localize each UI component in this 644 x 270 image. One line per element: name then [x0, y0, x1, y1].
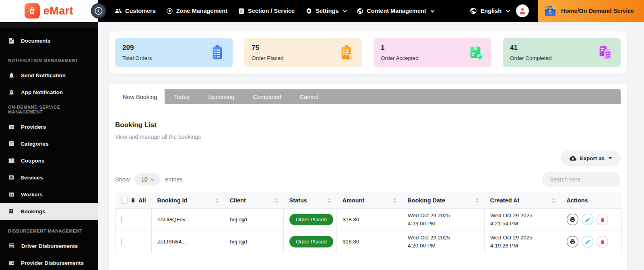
tab-today[interactable]: Today [165, 89, 199, 104]
page-size-value: 10 [141, 176, 148, 183]
sidebar-item-services[interactable]: Services [0, 169, 98, 186]
printer-icon [570, 216, 576, 223]
sort-icon[interactable] [475, 198, 479, 203]
stat-label: Order Accepted [381, 55, 419, 61]
sidebar-item-label: Coupons [21, 158, 45, 164]
sidebar-item-provider-disbursements[interactable]: Provider Disbursements [0, 254, 98, 270]
language-selector[interactable]: English [470, 7, 510, 14]
search-input[interactable] [550, 176, 623, 183]
delete-all-icon[interactable] [130, 198, 136, 203]
export-as-button[interactable]: Export as [561, 150, 621, 166]
main-content: 209 Total Orders 75 Order Placed [98, 22, 644, 270]
col-created-at[interactable]: Created At [485, 192, 561, 208]
booking-id-link[interactable]: eAUGQFev... [157, 216, 190, 223]
client-link[interactable]: hej djjd [230, 239, 247, 245]
col-actions: Actions [561, 192, 622, 208]
sidebar-item-label: App Notification [21, 89, 63, 95]
client-link[interactable]: hej djjd [230, 216, 247, 223]
sidebar-section-on-demand-service-management: ON-DEMAND SERVICE MANAGEMENT [0, 101, 98, 118]
col-booking-date[interactable]: Booking Date [402, 192, 485, 208]
workspace-switcher[interactable]: Home/On Demand Service [538, 0, 644, 22]
sort-icon[interactable] [393, 198, 396, 203]
brand-name: eMart [43, 5, 74, 17]
location-pin-icon [166, 8, 173, 14]
sort-icon[interactable] [552, 198, 555, 203]
sidebar-item-coupons[interactable]: Coupons [0, 152, 98, 169]
table-row: ZeLISIW4... hej djjd Order Placed $18.80… [116, 231, 622, 253]
sidebar-item-providers[interactable]: Providers [0, 118, 98, 135]
sidebar-item-driver-disbursements[interactable]: Driver Disbursements [0, 237, 98, 254]
main-nav: Customers Zone Management Section / Serv… [115, 7, 434, 14]
sort-icon[interactable] [215, 198, 219, 203]
stat-value: 209 [122, 44, 152, 52]
tab-new-booking[interactable]: New Booking [115, 89, 165, 104]
stat-order-completed: 41 Order Completed [503, 38, 621, 67]
sidebar: D Documents NOTIFICATION MANAGEMENT Send… [0, 22, 98, 270]
nav-section-service[interactable]: Section / Service [238, 8, 295, 14]
sidebar-item-cutoff[interactable] [0, 23, 98, 28]
order-accepted-icon [467, 44, 484, 61]
bookmark-star-icon [8, 208, 14, 214]
sidebar-item-categories[interactable]: Categories [0, 135, 98, 152]
sidebar-item-workers[interactable]: Workers [0, 186, 98, 203]
nav-zone-management[interactable]: Zone Management [166, 8, 227, 14]
delete-button[interactable] [597, 214, 608, 225]
nav-content-management[interactable]: Content Management [357, 8, 433, 14]
barcode-icon [8, 174, 14, 181]
workspace-label: Home/On Demand Service [561, 8, 634, 14]
status-badge: Order Placed [289, 214, 333, 225]
sidebar-item-documents[interactable]: D Documents [0, 32, 98, 49]
stat-value: 41 [510, 44, 552, 52]
col-amount[interactable]: Amount [337, 192, 402, 208]
clipboard-icon [238, 8, 245, 14]
order-placed-icon [338, 44, 355, 61]
tab-upcoming[interactable]: Upcoming [199, 89, 244, 104]
select-all-checkbox[interactable] [121, 197, 128, 204]
delete-button[interactable] [597, 236, 608, 247]
svg-text:D: D [10, 40, 12, 42]
created-time: 4:19:26 PM [490, 242, 555, 250]
page-subtitle: View and manage all the bookings [115, 134, 621, 140]
chevron-down-icon [151, 177, 154, 180]
stat-order-placed: 75 Order Placed [244, 38, 362, 67]
edit-button[interactable] [582, 236, 593, 247]
page-title: Booking List [115, 121, 621, 129]
sidebar-item-send-notification[interactable]: Send Notification [0, 67, 98, 84]
brand[interactable]: eMart [0, 0, 98, 22]
col-client[interactable]: Client [224, 192, 284, 208]
globe-icon [357, 8, 363, 14]
trash-icon [600, 217, 605, 223]
tab-cancel[interactable]: Cancel [291, 89, 327, 104]
print-button[interactable] [567, 236, 578, 247]
sidebar-item-app-notification[interactable]: 2 App Notification [0, 84, 98, 101]
chevron-down-icon [506, 8, 510, 12]
bookings-table: All Booking Id Client Status Amount Book… [115, 192, 622, 253]
wallet-icon [8, 260, 15, 266]
sidebar-item-bookings[interactable]: Bookings [0, 203, 98, 220]
profile-avatar[interactable] [516, 4, 529, 17]
sort-icon[interactable] [328, 198, 331, 203]
print-button[interactable] [567, 214, 578, 225]
globe-icon [470, 7, 477, 14]
created-date: Wed Oct 29 2025 [490, 234, 555, 242]
tab-completed[interactable]: Completed [244, 89, 290, 104]
row-checkbox[interactable] [121, 216, 122, 223]
col-status[interactable]: Status [284, 192, 337, 208]
nav-settings[interactable]: Settings [305, 7, 346, 14]
col-booking-id[interactable]: Booking Id [152, 192, 224, 208]
booking-id-link[interactable]: ZeLISIW4... [157, 239, 186, 245]
edit-button[interactable] [582, 214, 593, 225]
toolbox-icon [543, 4, 557, 18]
booking-tabs: New Booking Today Upcoming Completed Can… [115, 89, 621, 104]
row-checkbox[interactable] [121, 238, 122, 245]
amount-value: $18.80 [343, 239, 359, 245]
nav-customers[interactable]: Customers [115, 7, 156, 14]
booking-time: 4:20:00 PM [408, 242, 479, 250]
storefront-icon [8, 242, 15, 249]
collapse-sidebar-button[interactable] [91, 3, 106, 19]
page-size-select[interactable]: 10 [134, 173, 160, 185]
stat-value: 75 [252, 44, 284, 52]
entries-label: entries [165, 176, 183, 183]
sort-icon[interactable] [275, 198, 278, 203]
navbar-right: English Home/On Demand Service [470, 0, 644, 22]
